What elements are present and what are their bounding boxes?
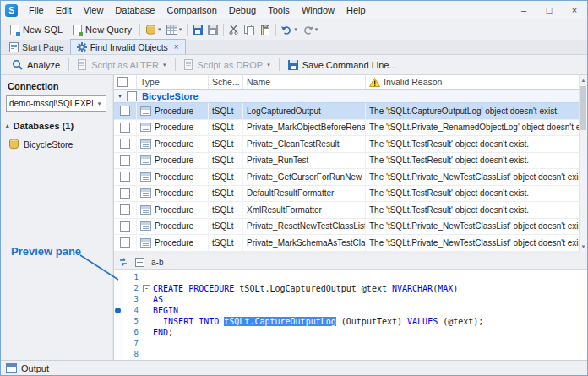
menu-edit[interactable]: Edit	[50, 1, 78, 19]
analyze-button[interactable]: Analyze	[6, 56, 66, 74]
group-row-bicyclestore[interactable]: ▾ BicycleStore	[114, 90, 587, 103]
sql-editor[interactable]: 12-CREATE PROCEDURE tSQLt.LogCapturedOut…	[114, 270, 587, 360]
code-text: AS	[153, 294, 163, 305]
table-dropdown-button[interactable]: ▾	[164, 20, 185, 39]
editor-margin[interactable]	[114, 316, 122, 327]
code-line: 2-CREATE PROCEDURE tSQLt.LogCapturedOutp…	[114, 283, 587, 294]
table-row[interactable]: ProceduretSQLtLogCapturedOutputThe 'tSQL…	[114, 103, 587, 120]
cell-invalid-reason: The 'tSQLt.Private_RenamedObjectLog' obj…	[366, 120, 587, 136]
row-checkbox[interactable]	[120, 188, 130, 199]
cell-checkbox	[114, 186, 137, 202]
table-row[interactable]: ProceduretSQLtPrivate_GetCursorForRunNew…	[114, 169, 587, 186]
table-row[interactable]: ProceduretSQLtPrivate_ResetNewTestClassL…	[114, 219, 587, 236]
save-button[interactable]	[190, 20, 205, 39]
close-button[interactable]: ×	[562, 1, 587, 19]
row-checkbox[interactable]	[120, 155, 130, 166]
app-logo-icon: S	[5, 4, 18, 17]
table-row[interactable]: ProceduretSQLtPrivate_MarkObjectBeforeRe…	[114, 120, 587, 137]
table-row[interactable]: ProceduretSQLtXmlResultFormatterThe 'tSQ…	[114, 202, 587, 219]
fold-collapse-icon[interactable]: -	[143, 285, 150, 292]
group-label: BicycleStore	[142, 91, 199, 101]
table-row[interactable]: ProceduretSQLtPrivate_MarkSchemaAsTestCl…	[114, 235, 587, 252]
code-line: 7	[114, 338, 587, 349]
close-tab-icon[interactable]: ×	[174, 43, 179, 52]
new-query-button[interactable]: New Query	[68, 20, 137, 39]
fold-column	[141, 338, 153, 349]
table-icon	[166, 25, 177, 35]
database-dropdown-button[interactable]: ▾	[143, 20, 164, 39]
save-all-button[interactable]	[205, 20, 220, 39]
menu-window[interactable]: Window	[296, 1, 340, 19]
chevron-down-icon[interactable]: ▾	[93, 101, 106, 107]
row-checkbox[interactable]	[120, 123, 130, 133]
cell-name: Private_RunTest	[243, 153, 366, 169]
editor-margin[interactable]	[114, 338, 122, 349]
column-header-type[interactable]: Type	[137, 75, 209, 89]
menu-comparison[interactable]: Comparison	[161, 1, 222, 19]
connection-select[interactable]: demo-mssql\SQLEXPRESS ▾	[6, 95, 106, 112]
row-checkbox[interactable]	[120, 204, 130, 215]
code-token: END	[153, 328, 168, 337]
menu-file[interactable]: File	[23, 1, 50, 19]
editor-margin[interactable]	[114, 294, 122, 305]
select-all-checkbox[interactable]	[117, 77, 128, 87]
row-checkbox[interactable]	[120, 106, 130, 116]
scroll-down-icon[interactable]: ▼	[580, 242, 587, 252]
script-as-alter-button[interactable]: Script as ALTER ▾	[72, 56, 172, 74]
sync-button[interactable]	[116, 255, 131, 269]
redo-button[interactable]: ▾	[300, 20, 321, 39]
tab-find-invalid-objects[interactable]: Find Invalid Objects ×	[70, 39, 186, 54]
cell-schema: tSQLt	[209, 169, 243, 185]
table-row[interactable]: ProceduretSQLtPrivate_CleanTestResultThe…	[114, 136, 587, 153]
column-header-invalid-reason[interactable]: Invalid Reason	[366, 75, 587, 89]
copy-button[interactable]	[242, 20, 258, 39]
code-line: 8	[114, 349, 587, 360]
script-icon	[184, 59, 193, 70]
title-bar: S File Edit View Database Comparison Deb…	[1, 1, 587, 19]
editor-margin[interactable]	[114, 327, 122, 338]
menu-help[interactable]: Help	[340, 1, 372, 19]
grid-scrollbar[interactable]: ▲ ▼	[579, 75, 587, 252]
row-checkbox[interactable]	[120, 172, 130, 182]
cell-invalid-reason: The 'tSQLt.TestResult' object doesn't ex…	[366, 186, 587, 202]
group-checkbox[interactable]	[127, 91, 137, 101]
row-checkbox[interactable]	[120, 139, 130, 149]
maximize-button[interactable]: □	[536, 1, 562, 19]
scrollbar-thumb[interactable]	[580, 86, 586, 130]
table-row[interactable]: ProceduretSQLtPrivate_RunTestThe 'tSQLt.…	[114, 153, 587, 170]
row-checkbox[interactable]	[120, 237, 130, 248]
new-sql-button[interactable]: New SQL	[5, 20, 68, 39]
script-as-drop-button[interactable]: Script as DROP ▾	[178, 56, 276, 74]
scroll-up-icon[interactable]: ▲	[580, 75, 587, 85]
cell-invalid-reason: The 'tSQLt.TestResult' object doesn't ex…	[366, 136, 587, 152]
menu-debug[interactable]: Debug	[223, 1, 262, 19]
row-checkbox[interactable]	[120, 221, 130, 232]
code-line: 1	[114, 272, 587, 283]
paste-button[interactable]	[258, 20, 273, 39]
code-token: INSERT INTO	[163, 317, 219, 326]
editor-margin[interactable]	[114, 272, 122, 283]
layout-button[interactable]	[133, 255, 147, 269]
column-header-schema[interactable]: Sche...	[209, 75, 243, 89]
menu-view[interactable]: View	[78, 1, 110, 19]
output-label[interactable]: Output	[21, 363, 49, 373]
tab-start-page[interactable]: Start Page	[3, 40, 70, 54]
editor-margin[interactable]	[114, 283, 122, 294]
cell-checkbox	[114, 136, 137, 152]
save-command-line-button[interactable]: Save Command Line...	[282, 56, 403, 74]
editor-margin[interactable]	[114, 349, 122, 360]
menu-database[interactable]: Database	[109, 1, 161, 19]
group-expand-icon[interactable]: ▾	[118, 92, 122, 100]
procedure-icon	[140, 106, 151, 116]
editor-margin[interactable]	[114, 305, 122, 316]
databases-section-header[interactable]: ▴ Databases (1)	[6, 121, 112, 131]
column-header-name[interactable]: Name	[243, 75, 366, 89]
cut-button[interactable]	[226, 20, 242, 39]
code-token: MAX	[438, 284, 453, 293]
sidebar-item-bicyclestore[interactable]: BicycleStore	[8, 139, 112, 150]
undo-button[interactable]: ▾	[279, 20, 300, 39]
ab-compare-button[interactable]: a-b	[149, 255, 166, 269]
minimize-button[interactable]: –	[511, 1, 536, 19]
menu-tools[interactable]: Tools	[262, 1, 296, 19]
table-row[interactable]: ProceduretSQLtDefaultResultFormatterThe …	[114, 186, 587, 203]
